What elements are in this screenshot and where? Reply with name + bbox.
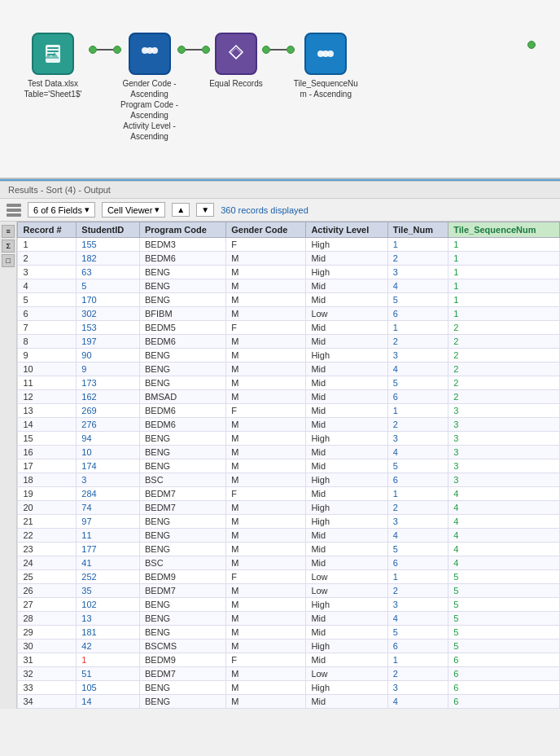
table-cell: 6 (448, 681, 560, 695)
table-cell: 4 (387, 363, 448, 376)
table-cell: BEDM7 (140, 584, 226, 598)
col-tile-seqnum[interactable]: Tile_SequenceNum (448, 222, 560, 238)
line-1 (97, 49, 113, 51)
table-cell: 31 (18, 653, 77, 667)
table-cell: 3 (448, 446, 560, 459)
table-cell: 18 (18, 473, 77, 487)
table-cell: Mid (306, 390, 387, 404)
table-cell: 2 (387, 667, 448, 681)
results-header[interactable]: Results - Sort (4) - Output (0, 181, 560, 199)
table-row: 3042BSCMSMHigh65 (18, 640, 560, 653)
table-cell: 284 (77, 487, 140, 501)
table-cell: 5 (448, 584, 560, 598)
table-cell: BEDM6 (140, 335, 226, 349)
left-panel-icon-2[interactable]: Σ (2, 240, 15, 253)
col-gender-code[interactable]: Gender Code (226, 222, 306, 238)
table-cell: 15 (18, 432, 77, 446)
col-program-code[interactable]: Program Code (140, 222, 226, 238)
table-cell: Mid (306, 612, 387, 626)
table-cell: 22 (18, 529, 77, 543)
table-cell: 5 (448, 612, 560, 626)
table-row: 363BENGMHigh31 (18, 266, 560, 279)
view-icons (7, 204, 21, 217)
table-row: 8197BEDM6MMid22 (18, 335, 560, 349)
table-cell: Mid (306, 459, 387, 473)
table-cell: 3 (387, 432, 448, 446)
table-cell: BEDM6 (140, 252, 226, 266)
table-cell: 170 (77, 293, 140, 307)
table-cell: 2 (448, 376, 560, 390)
table-cell: 2 (387, 252, 448, 266)
table-cell: 26 (18, 584, 77, 598)
connector-2 (178, 46, 209, 54)
table-row: 27102BENGMHigh35 (18, 598, 560, 612)
node-tile[interactable]: Tile_SequenceNum - Ascending (294, 33, 358, 99)
table-cell: 11 (77, 529, 140, 543)
table-cell: 3 (448, 473, 560, 487)
table-cell: BENG (140, 529, 226, 543)
node-icon-test-data (32, 33, 74, 75)
node-equal-records[interactable]: Equal Records (209, 33, 263, 89)
table-cell: BEDM6 (140, 404, 226, 418)
table-cell: 302 (77, 307, 140, 321)
table-cell: M (226, 349, 306, 363)
table-cell: Mid (306, 653, 387, 667)
col-record[interactable]: Record # (18, 222, 77, 238)
node-test-data[interactable]: Test Data.xlsx Table='Sheet1$' (16, 33, 90, 99)
table-cell: 2 (387, 501, 448, 515)
table-cell: 2 (18, 252, 77, 266)
col-tile-num[interactable]: Tile_Num (387, 222, 448, 238)
table-row: 29181BENGMMid55 (18, 626, 560, 640)
node-sort[interactable]: Gender Code -AscendingProgram Code -Asce… (120, 33, 178, 142)
table-cell: 2 (448, 363, 560, 376)
table-cell: Mid (306, 418, 387, 432)
table-cell: M (226, 556, 306, 570)
table-cell: F (226, 238, 306, 252)
table-header-row: Record # StudentID Program Code Gender C… (18, 222, 560, 238)
table-cell: BSC (140, 473, 226, 487)
left-panel-icon-3[interactable]: □ (2, 254, 15, 267)
table-cell: Mid (306, 626, 387, 640)
table-cell: 105 (77, 681, 140, 695)
fields-dropdown[interactable]: 6 of 6 Fields ▾ (28, 202, 95, 218)
table-cell: 41 (77, 556, 140, 570)
table-scroll[interactable]: Record # StudentID Program Code Gender C… (17, 222, 560, 709)
table-cell: BEDM7 (140, 667, 226, 681)
sort-asc-button[interactable]: ▲ (172, 203, 190, 217)
node-label-tile: Tile_SequenceNum - Ascending (294, 78, 358, 99)
node-icon-tile (304, 33, 347, 75)
node-icon-equal-records (215, 33, 257, 75)
col-studentid[interactable]: StudentID (77, 222, 140, 238)
node-label-sort: Gender Code -AscendingProgram Code -Asce… (120, 78, 178, 142)
sort-desc-button[interactable]: ▼ (196, 203, 214, 217)
table-cell: High (306, 238, 387, 252)
table-cell: 6 (18, 307, 77, 321)
table-cell: 2 (448, 335, 560, 349)
table-cell: 4 (387, 529, 448, 543)
table-cell: 34 (18, 695, 77, 709)
table-cell: 13 (77, 612, 140, 626)
table-cell: 4 (448, 487, 560, 501)
table-cell: 51 (77, 667, 140, 681)
table-cell: 3 (387, 266, 448, 279)
table-cell: 97 (77, 515, 140, 529)
table-cell: BSC (140, 556, 226, 570)
col-activity-level[interactable]: Activity Level (306, 222, 387, 238)
table-cell: 1 (387, 487, 448, 501)
table-row: 11173BENGMMid52 (18, 376, 560, 390)
table-cell: BENG (140, 446, 226, 459)
viewer-dropdown[interactable]: Cell Viewer ▾ (102, 202, 165, 218)
table-cell: 3 (387, 515, 448, 529)
table-cell: 13 (18, 404, 77, 418)
table-cell: M (226, 626, 306, 640)
left-panel-icon-1[interactable]: ≡ (2, 225, 15, 238)
table-cell: 5 (387, 543, 448, 556)
table-cell: 6 (448, 653, 560, 667)
table-cell: High (306, 501, 387, 515)
toolbar: 6 of 6 Fields ▾ Cell Viewer ▾ ▲ ▼ 360 re… (0, 199, 560, 222)
table-cell: 4 (448, 529, 560, 543)
table-cell: High (306, 515, 387, 529)
table-cell: M (226, 432, 306, 446)
table-cell: M (226, 376, 306, 390)
table-cell: 155 (77, 238, 140, 252)
